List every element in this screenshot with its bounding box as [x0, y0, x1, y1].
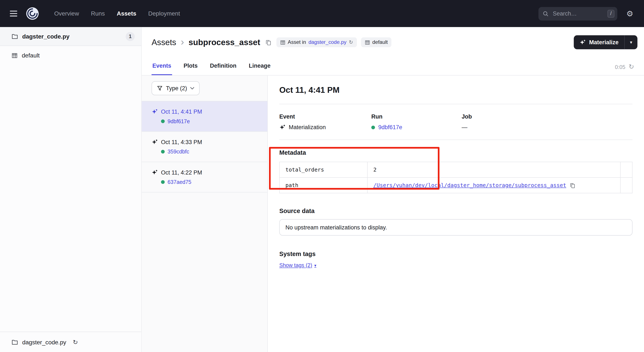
path-link[interactable]: /Users/yuhan/dev/local/dagster_home/stor…	[373, 182, 566, 188]
materialize-label: Materialize	[589, 39, 618, 45]
reload-code-location-icon[interactable]: ↻	[70, 339, 80, 346]
type-filter-button[interactable]: Type (2)	[152, 81, 200, 95]
run-id-link[interactable]: 9dbf617e	[168, 118, 190, 124]
metadata-actions-cell	[620, 177, 632, 193]
filter-label: Type (2)	[166, 85, 187, 91]
job-column: Job —	[462, 113, 554, 130]
run-status-dot	[371, 125, 375, 129]
table-row: total_orders 2	[280, 162, 632, 177]
top-nav: Overview Runs Assets Deployment / ⚙	[0, 0, 644, 27]
sidebar-footer-code-location[interactable]: dagster_code.py ↻	[0, 332, 141, 352]
job-table-icon	[280, 39, 285, 45]
group-chip-label: default	[372, 39, 388, 45]
dagster-logo[interactable]	[26, 6, 40, 21]
tab-lineage[interactable]: Lineage	[248, 62, 271, 75]
run-status-dot	[161, 119, 164, 123]
code-location-label: dagster_code.py	[22, 33, 70, 39]
folder-icon	[12, 33, 18, 39]
metadata-heading: Metadata	[279, 149, 632, 156]
run-id-link[interactable]: 637aed75	[168, 179, 192, 185]
menu-icon[interactable]	[8, 7, 19, 20]
metadata-value: 2	[367, 162, 620, 177]
search-shortcut-key: /	[607, 9, 614, 17]
materialize-dropdown-caret[interactable]: ▾	[624, 35, 638, 49]
materialization-sparkle-icon	[152, 169, 158, 176]
metadata-actions-cell	[620, 162, 632, 177]
run-id-link[interactable]: 9dbf617e	[378, 124, 402, 130]
tab-definition[interactable]: Definition	[209, 62, 237, 75]
asset-chip-code-location-link[interactable]: dagster_code.py	[308, 39, 346, 45]
event-time: Oct 11, 4:33 PM	[161, 139, 202, 145]
search-box[interactable]: /	[538, 7, 617, 20]
breadcrumb-assets-link[interactable]: Assets	[152, 37, 176, 47]
tab-plots[interactable]: Plots	[183, 62, 198, 75]
metadata-key: total_orders	[280, 162, 367, 177]
copy-path-icon[interactable]	[570, 183, 575, 188]
run-column-label: Run	[371, 113, 462, 120]
chip-reload-icon[interactable]: ↻	[349, 40, 353, 45]
refresh-countdown: 0:05	[615, 64, 626, 70]
event-detail-panel: Oct 11, 4:41 PM Event Materialization	[268, 75, 644, 352]
event-column: Event Materialization	[279, 113, 371, 130]
breadcrumb-chevron-icon: ›	[181, 37, 184, 47]
primary-nav: Overview Runs Assets Deployment	[52, 8, 182, 18]
sidebar: dagster_code.py 1 default dagster_code.p…	[0, 27, 142, 352]
event-type-value: Materialization	[289, 124, 326, 130]
folder-icon	[12, 339, 18, 346]
search-input[interactable]	[552, 10, 604, 17]
refresh-status: 0:05 ↻	[615, 64, 634, 75]
divider	[279, 104, 632, 104]
job-column-label: Job	[462, 113, 554, 120]
divider	[279, 140, 632, 140]
page-title: subprocess_asset	[188, 37, 260, 47]
nav-runs[interactable]: Runs	[88, 8, 107, 18]
nav-overview[interactable]: Overview	[52, 8, 82, 18]
asset-tabs: Events Plots Definition Lineage	[152, 57, 271, 75]
settings-gear-icon[interactable]: ⚙	[624, 9, 636, 18]
event-list-panel: Type (2) Oct 11, 4:41 PM	[142, 75, 268, 352]
asset-location-chip[interactable]: Asset in dagster_code.py ↻	[276, 37, 357, 47]
sidebar-item-code-location[interactable]: dagster_code.py 1	[0, 27, 141, 46]
nav-right: / ⚙	[538, 7, 636, 20]
sidebar-item-group-default[interactable]: default	[0, 46, 141, 65]
asset-count-badge: 1	[126, 32, 134, 41]
materialize-split-button: Materialize ▾	[574, 35, 638, 49]
show-tags-toggle[interactable]: Show tags (2) ▾	[279, 262, 316, 268]
search-icon	[543, 10, 549, 16]
metadata-key: path	[280, 177, 367, 193]
show-tags-label: Show tags (2)	[279, 262, 312, 268]
materialize-button[interactable]: Materialize	[574, 35, 624, 49]
materialization-sparkle-icon	[152, 108, 158, 115]
run-status-dot	[161, 150, 164, 153]
metadata-value: /Users/yuhan/dev/local/dagster_home/stor…	[367, 177, 620, 193]
event-list-item[interactable]: Oct 11, 4:22 PM 637aed75	[142, 162, 267, 193]
event-list-item[interactable]: Oct 11, 4:41 PM 9dbf617e	[142, 101, 267, 131]
event-detail-title: Oct 11, 4:41 PM	[279, 85, 632, 95]
run-column: Run 9dbf617e	[371, 113, 462, 130]
table-row: path /Users/yuhan/dev/local/dagster_home…	[280, 177, 632, 193]
asset-group-icon	[12, 52, 18, 58]
group-chip[interactable]: default	[361, 37, 392, 47]
app-window: Overview Runs Assets Deployment / ⚙ dags…	[0, 0, 644, 352]
caret-down-icon: ▾	[314, 263, 316, 267]
nav-assets[interactable]: Assets	[114, 8, 139, 18]
system-tags-heading: System tags	[279, 250, 632, 257]
materialization-sparkle-icon	[152, 139, 158, 145]
source-data-heading: Source data	[279, 207, 632, 214]
materialization-sparkle-icon	[279, 124, 285, 130]
tab-events[interactable]: Events	[152, 62, 172, 75]
tabs-row: Events Plots Definition Lineage 0:05 ↻	[142, 57, 644, 75]
copy-asset-name-icon[interactable]	[264, 38, 272, 46]
asset-chip-prefix: Asset in	[288, 39, 306, 45]
run-status-dot	[161, 180, 164, 184]
event-time: Oct 11, 4:41 PM	[161, 108, 202, 115]
main-panel: Assets › subprocess_asset Asset in dagst…	[142, 27, 644, 352]
group-label: default	[22, 52, 40, 59]
nav-deployment[interactable]: Deployment	[146, 8, 182, 18]
materialization-sparkle-icon	[580, 39, 586, 45]
events-content: Type (2) Oct 11, 4:41 PM	[142, 75, 644, 352]
run-id-link[interactable]: 359cdbfc	[168, 149, 189, 155]
refresh-icon[interactable]: ↻	[629, 64, 634, 70]
breadcrumb: Assets › subprocess_asset Asset in dagst…	[152, 37, 392, 48]
event-list-item[interactable]: Oct 11, 4:33 PM 359cdbfc	[142, 131, 267, 162]
